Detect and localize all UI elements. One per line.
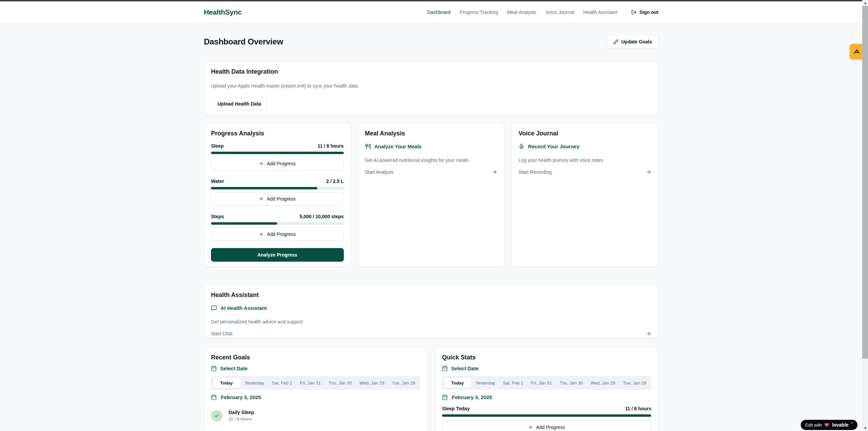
add-progress-water-button[interactable]: Add Progress: [211, 192, 344, 205]
analyze-your-meals-label: Analyze Your Meals: [374, 143, 422, 150]
main-nav: Dashboard Progress Tracking Meal Analysi…: [427, 10, 658, 15]
quick-stats-add-progress-button[interactable]: Add Progress: [442, 421, 651, 431]
sleep-progress-track: [211, 152, 344, 154]
start-chat-row[interactable]: Start Chat: [211, 331, 651, 336]
add-progress-label: Add Progress: [267, 196, 296, 202]
tab-tue-jan-28[interactable]: Tue, Jan 28: [620, 378, 650, 388]
tab-thu-jan-30[interactable]: Thu, Jan 30: [556, 378, 586, 388]
goal-item-daily-sleep: Daily Sleep 11 / 8 hours: [211, 410, 420, 421]
quick-stats-card: Quick Stats Select Date Today Yesterday …: [435, 347, 658, 431]
update-goals-label: Update Goals: [621, 39, 652, 44]
voice-journal-card: Voice Journal Record Your Journey Log yo…: [511, 123, 658, 267]
ai-health-assistant-label: AI Health Assistant: [220, 304, 267, 312]
nav-item-progress-tracking[interactable]: Progress Tracking: [460, 10, 498, 15]
water-progress-fill: [211, 187, 317, 189]
quick-stats-select-date[interactable]: Select Date: [442, 366, 651, 371]
logout-icon: [631, 10, 637, 15]
scrollbar-down-arrow[interactable]: [862, 425, 868, 431]
app-root: HealthSync Dashboard Progress Tracking M…: [0, 1, 862, 431]
analyze-progress-button[interactable]: Analyze Progress: [211, 248, 344, 262]
sleep-today-label: Sleep Today: [442, 406, 470, 411]
record-your-journey-link[interactable]: Record Your Journey: [518, 143, 651, 150]
extension-logo-icon: [853, 48, 861, 55]
progress-analysis-title: Progress Analysis: [211, 129, 344, 137]
recent-goals-card: Recent Goals Select Date Today Yesterday…: [204, 347, 427, 431]
plus-icon: [528, 425, 533, 430]
tab-yesterday[interactable]: Yesterday: [241, 378, 267, 388]
pencil-icon: [613, 39, 618, 44]
metric-steps: Steps 5,000 / 10,000 steps Add Progress: [211, 213, 344, 241]
vertical-scrollbar[interactable]: [862, 0, 868, 431]
header: HealthSync Dashboard Progress Tracking M…: [0, 1, 862, 23]
recent-goals-date-tabs: Today Yesterday Sat, Feb 1 Fri, Jan 31 T…: [211, 376, 420, 390]
add-progress-label: Add Progress: [536, 425, 565, 430]
goal-value: 11 / 8 hours: [229, 416, 254, 421]
tab-thu-jan-30[interactable]: Thu, Jan 30: [325, 378, 355, 388]
brand-logo: HealthSync: [204, 8, 242, 16]
steps-progress-fill: [211, 222, 277, 225]
lovable-close-icon[interactable]: ×: [851, 421, 853, 425]
tab-yesterday[interactable]: Yesterday: [472, 378, 498, 388]
upload-health-data-button[interactable]: Upload Health Data: [211, 97, 267, 111]
tab-sat-feb-1[interactable]: Sat, Feb 1: [268, 378, 296, 388]
tab-wed-jan-29[interactable]: Wed, Jan 29: [356, 378, 388, 388]
tab-today[interactable]: Today: [444, 378, 471, 388]
voice-journal-description: Log your health journey with voice notes: [518, 157, 651, 163]
edit-with-lovable-badge[interactable]: Edit with lovable ×: [801, 420, 857, 430]
sleep-progress-fill: [211, 152, 344, 154]
extension-badge-button[interactable]: [850, 44, 864, 59]
calendar-icon: [442, 394, 448, 400]
arrow-right-icon: [646, 331, 651, 336]
nav-item-voice-journal[interactable]: Voice Journal: [546, 10, 574, 15]
metric-steps-value: 5,000 / 10,000 steps: [300, 213, 344, 220]
tab-fri-jan-31[interactable]: Fri, Jan 31: [528, 378, 555, 388]
progress-analysis-card: Progress Analysis Sleep 11 / 8 hours Add…: [204, 123, 351, 267]
tab-tue-jan-28[interactable]: Tue, Jan 28: [389, 378, 419, 388]
metric-sleep-label: Sleep: [211, 143, 224, 149]
goal-name: Daily Sleep: [229, 410, 254, 415]
current-date-label: February 3, 2025: [221, 394, 261, 400]
analyze-your-meals-link[interactable]: Analyze Your Meals: [365, 143, 498, 150]
start-recording-row[interactable]: Start Recording: [518, 169, 651, 175]
tab-sat-feb-1[interactable]: Sat, Feb 1: [499, 378, 527, 388]
scrollbar-up-arrow[interactable]: [862, 0, 868, 6]
sleep-today-track: [442, 414, 651, 417]
health-assistant-card: Health Assistant AI Health Assistant Get…: [204, 284, 658, 338]
add-progress-label: Add Progress: [267, 231, 296, 237]
scrollbar-thumb[interactable]: [862, 6, 868, 359]
lovable-prefix-label: Edit with: [805, 423, 822, 428]
health-data-title: Health Data Integration: [211, 68, 651, 76]
quick-stats-title: Quick Stats: [442, 353, 651, 361]
add-progress-steps-button[interactable]: Add Progress: [211, 228, 344, 241]
plus-icon: [259, 161, 264, 166]
recent-goals-title: Recent Goals: [211, 353, 420, 361]
calendar-icon: [211, 394, 217, 400]
add-progress-label: Add Progress: [267, 161, 296, 166]
meal-analysis-card: Meal Analysis Analyze Your Meals Get AI-…: [358, 123, 505, 267]
start-recording-label: Start Recording: [518, 169, 551, 175]
sign-out-button[interactable]: Sign out: [631, 10, 658, 15]
select-date-label: Select Date: [451, 366, 479, 371]
voice-journal-title: Voice Journal: [518, 129, 651, 137]
start-analysis-row[interactable]: Start Analysis: [365, 169, 498, 175]
nav-item-meal-analysis[interactable]: Meal Analysis: [507, 10, 536, 15]
ai-health-assistant-link[interactable]: AI Health Assistant: [211, 304, 651, 312]
tab-wed-jan-29[interactable]: Wed, Jan 29: [587, 378, 619, 388]
metric-water: Water 2 / 2.5 L Add Progress: [211, 178, 344, 205]
add-progress-sleep-button[interactable]: Add Progress: [211, 157, 344, 170]
calendar-icon: [211, 366, 217, 371]
start-analysis-label: Start Analysis: [365, 169, 394, 175]
tab-today[interactable]: Today: [213, 378, 240, 388]
analyze-progress-label: Analyze Progress: [258, 252, 298, 258]
recent-goals-select-date[interactable]: Select Date: [211, 366, 420, 371]
plus-icon: [259, 232, 264, 237]
health-assistant-description: Get personalized health advice and suppo…: [211, 319, 651, 325]
metric-steps-label: Steps: [211, 213, 224, 220]
nav-item-health-assistant[interactable]: Health Assistant: [583, 10, 617, 15]
update-goals-button[interactable]: Update Goals: [607, 35, 658, 49]
nav-item-dashboard[interactable]: Dashboard: [427, 10, 451, 15]
upload-label: Upload Health Data: [217, 101, 261, 107]
metric-sleep-value: 11 / 8 hours: [318, 143, 344, 149]
sleep-today-fill: [442, 414, 651, 417]
tab-fri-jan-31[interactable]: Fri, Jan 31: [297, 378, 324, 388]
